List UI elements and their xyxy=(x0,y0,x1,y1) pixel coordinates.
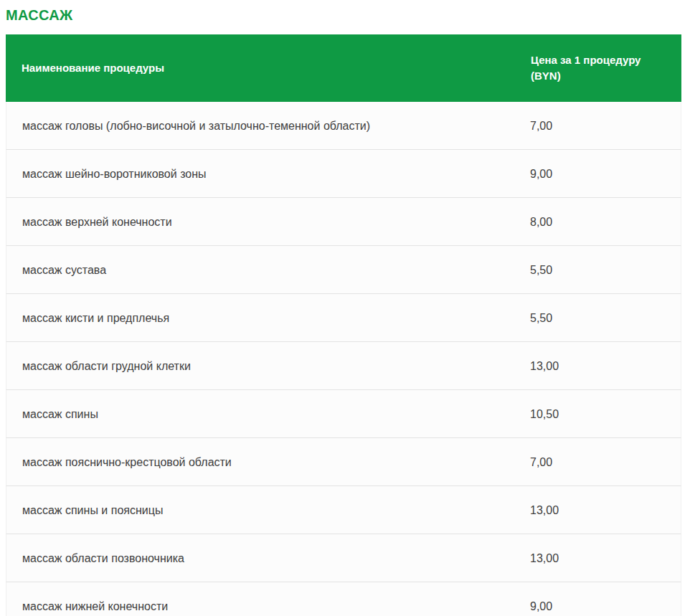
procedure-name-cell: массаж области грудной клетки xyxy=(6,359,530,374)
price-cell: 9,00 xyxy=(530,599,681,614)
table-header-row: Наименование процедуры Цена за 1 процеду… xyxy=(6,34,681,102)
column-header-price: Цена за 1 процедуру (BYN) xyxy=(531,34,681,102)
procedure-name-cell: массаж шейно-воротниковой зоны xyxy=(6,166,530,181)
procedure-name-cell: массаж пояснично-крестцовой области xyxy=(6,455,530,470)
table-row: массаж области позвоночника 13,00 xyxy=(6,534,681,582)
price-cell: 10,50 xyxy=(530,407,681,422)
page-title: МАССАЖ xyxy=(6,7,681,24)
table-row: массаж шейно-воротниковой зоны 9,00 xyxy=(6,150,681,198)
table-row: массаж области грудной клетки 13,00 xyxy=(6,342,681,390)
procedure-name-cell: массаж головы (лобно-височной и затылочн… xyxy=(6,118,530,133)
procedure-name-cell: массаж области позвоночника xyxy=(6,551,530,566)
price-cell: 9,00 xyxy=(530,166,681,181)
procedure-name-cell: массаж спины и поясницы xyxy=(6,503,530,518)
procedure-name-cell: массаж верхней конечности xyxy=(6,214,530,229)
table-row: массаж верхней конечности 8,00 xyxy=(6,198,681,246)
procedure-name-cell: массаж сустава xyxy=(6,262,530,278)
procedure-name-cell: массаж спины xyxy=(6,407,530,422)
price-cell: 5,50 xyxy=(530,311,681,326)
table-row: массаж спины и поясницы 13,00 xyxy=(6,486,681,534)
price-cell: 7,00 xyxy=(530,455,681,470)
table-row: массаж спины 10,50 xyxy=(6,390,681,438)
table-row: массаж нижней конечности 9,00 xyxy=(6,582,681,616)
price-cell: 7,00 xyxy=(530,118,681,133)
table-row: массаж сустава 5,50 xyxy=(6,246,681,294)
procedure-name-cell: массаж нижней конечности xyxy=(6,599,530,614)
table-body: массаж головы (лобно-височной и затылочн… xyxy=(6,102,681,616)
price-cell: 13,00 xyxy=(530,503,681,518)
pricing-page: МАССАЖ Наименование процедуры Цена за 1 … xyxy=(0,0,690,616)
table-row: массаж кисти и предплечья 5,50 xyxy=(6,294,681,342)
column-header-procedure: Наименование процедуры xyxy=(6,34,531,102)
table-row: массаж головы (лобно-височной и затылочн… xyxy=(6,102,681,150)
price-cell: 13,00 xyxy=(530,359,681,374)
price-cell: 8,00 xyxy=(530,214,681,229)
price-cell: 13,00 xyxy=(530,551,681,566)
price-cell: 5,50 xyxy=(530,262,681,278)
table-row: массаж пояснично-крестцовой области 7,00 xyxy=(6,438,681,486)
procedure-name-cell: массаж кисти и предплечья xyxy=(6,311,530,326)
price-table: Наименование процедуры Цена за 1 процеду… xyxy=(6,34,681,616)
